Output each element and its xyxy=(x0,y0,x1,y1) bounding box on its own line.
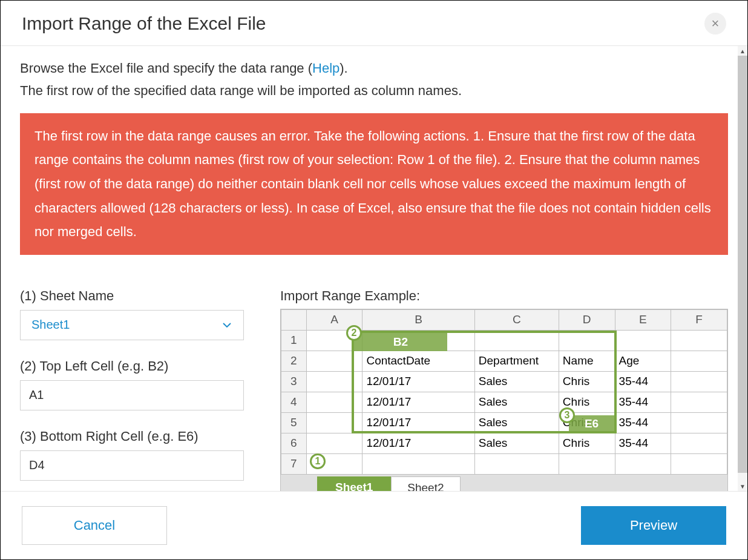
table-cell xyxy=(363,330,474,351)
table-cell xyxy=(671,392,727,412)
dialog-body: Browse the Excel file and specify the da… xyxy=(1,46,747,491)
close-button[interactable]: × xyxy=(704,13,726,35)
table-cell xyxy=(559,330,615,351)
table-cell: 35-44 xyxy=(615,371,671,392)
table-cell: Sales xyxy=(474,371,559,392)
table-cell: 12/01/17 xyxy=(363,412,474,433)
help-link[interactable]: Help xyxy=(312,61,340,76)
top-left-label: (2) Top Left Cell (e.g. B2) xyxy=(20,358,244,374)
table-cell xyxy=(306,351,363,371)
dialog-title: Import Range of the Excel File xyxy=(22,13,266,34)
bottom-right-label: (3) Bottom Right Cell (e.g. E6) xyxy=(20,429,244,444)
example-title: Import Range Example: xyxy=(280,288,728,304)
sheet-name-value: Sheet1 xyxy=(31,318,70,332)
badge-1: 1 xyxy=(310,453,326,469)
sheet-tabs: Sheet1 Sheet2 xyxy=(281,475,727,491)
row-header: 2 xyxy=(281,351,307,371)
dialog-footer: Cancel Preview xyxy=(1,491,747,559)
table-cell: 12/01/17 xyxy=(363,392,474,412)
chevron-down-icon xyxy=(221,320,232,331)
import-range-dialog: Import Range of the Excel File × Browse … xyxy=(1,1,747,559)
dialog-body-wrapper: Browse the Excel file and specify the da… xyxy=(1,46,747,491)
table-cell xyxy=(671,412,727,433)
table-cell xyxy=(671,453,727,474)
table-cell xyxy=(615,453,671,474)
table-cell: ContactDate xyxy=(363,351,474,371)
form-left: (1) Sheet Name Sheet1 (2) Top Left Cell … xyxy=(20,288,244,491)
row-header: 4 xyxy=(281,392,307,412)
table-cell: 35-44 xyxy=(615,433,671,453)
table-cell: Chris xyxy=(559,371,615,392)
scroll-up-icon[interactable]: ▲ xyxy=(738,46,747,56)
scroll-thumb[interactable] xyxy=(738,56,747,473)
table-cell xyxy=(559,453,615,474)
table-cell: 35-44 xyxy=(615,412,671,433)
form-right: Import Range Example: A xyxy=(280,288,728,491)
sheet-tab-active[interactable]: Sheet1 xyxy=(317,476,391,491)
table-cell: Sales xyxy=(474,412,559,433)
corner-cell xyxy=(281,309,307,330)
row-header: 3 xyxy=(281,371,307,392)
close-icon: × xyxy=(712,16,720,31)
badge-2: 2 xyxy=(346,325,362,341)
table-cell xyxy=(671,351,727,371)
bottom-right-input[interactable] xyxy=(20,450,244,481)
form-area: (1) Sheet Name Sheet1 (2) Top Left Cell … xyxy=(20,288,728,491)
table-cell xyxy=(306,412,363,433)
sheet-name-label: (1) Sheet Name xyxy=(20,288,244,304)
col-header: C xyxy=(474,309,559,330)
instruction-line-1: Browse the Excel file and specify the da… xyxy=(20,57,728,79)
table-cell: 12/01/17 xyxy=(363,371,474,392)
table-cell xyxy=(474,453,559,474)
table-cell: Sales xyxy=(474,433,559,453)
table-cell: 12/01/17 xyxy=(363,433,474,453)
badge-3: 3 xyxy=(559,407,575,423)
row-header: 7 xyxy=(281,453,307,474)
table-cell xyxy=(306,433,363,453)
table-cell: Sales xyxy=(474,392,559,412)
row-header: 5 xyxy=(281,412,307,433)
table-cell: Name xyxy=(559,351,615,371)
col-header: F xyxy=(671,309,727,330)
table-cell: 35-44 xyxy=(615,392,671,412)
row-header: 1 xyxy=(281,330,307,351)
sheet-tab-inactive[interactable]: Sheet2 xyxy=(391,476,460,491)
table-cell xyxy=(671,330,727,351)
col-header: B xyxy=(363,309,474,330)
table-cell xyxy=(474,330,559,351)
scroll-down-icon[interactable]: ▼ xyxy=(738,481,747,491)
col-header: D xyxy=(559,309,615,330)
table-cell xyxy=(306,371,363,392)
vertical-scrollbar[interactable]: ▲ ▼ xyxy=(738,46,747,491)
error-banner: The first row in the data range causes a… xyxy=(20,113,728,255)
table-cell xyxy=(363,453,474,474)
table-cell xyxy=(671,371,727,392)
top-left-input[interactable] xyxy=(20,380,244,410)
col-header: E xyxy=(615,309,671,330)
cancel-button[interactable]: Cancel xyxy=(22,506,167,545)
example-sheet: A B C D E F 12ContactDateDepartmentNameA… xyxy=(280,309,728,491)
table-cell xyxy=(306,392,363,412)
instruction-line-2: The first row of the specified data rang… xyxy=(20,79,728,102)
row-header: 6 xyxy=(281,433,307,453)
preview-button[interactable]: Preview xyxy=(581,506,726,545)
sheet-name-select[interactable]: Sheet1 xyxy=(20,310,244,340)
dialog-header: Import Range of the Excel File × xyxy=(1,1,747,46)
table-cell: Age xyxy=(615,351,671,371)
table-cell: Department xyxy=(474,351,559,371)
table-cell: Chris xyxy=(559,433,615,453)
table-cell xyxy=(671,433,727,453)
table-cell xyxy=(615,330,671,351)
